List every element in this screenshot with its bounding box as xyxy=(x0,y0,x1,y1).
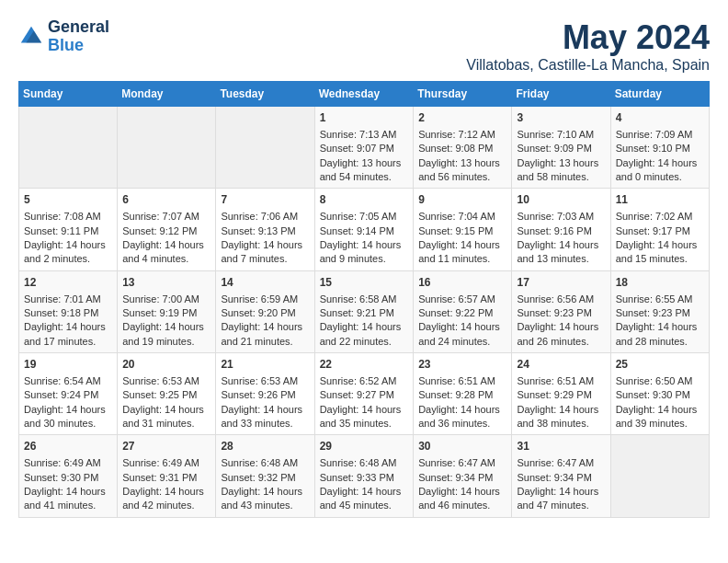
day-info: Daylight: 14 hours xyxy=(122,238,210,252)
day-number: 17 xyxy=(517,275,605,291)
day-info: and 15 minutes. xyxy=(616,252,704,266)
day-info: and 7 minutes. xyxy=(221,252,309,266)
day-number: 22 xyxy=(320,357,409,373)
day-info: Sunrise: 6:55 AM xyxy=(616,293,704,306)
day-info: Sunrise: 6:51 AM xyxy=(418,374,506,388)
day-info: and 26 minutes. xyxy=(517,335,605,349)
calendar-cell: 20Sunrise: 6:53 AMSunset: 9:25 PMDayligh… xyxy=(118,353,216,435)
day-info: Daylight: 14 hours xyxy=(517,485,605,499)
day-info: Sunrise: 6:48 AM xyxy=(320,456,409,470)
day-number: 19 xyxy=(24,357,112,373)
day-number: 18 xyxy=(616,275,704,291)
day-info: Daylight: 14 hours xyxy=(221,485,309,499)
day-info: Sunset: 9:08 PM xyxy=(418,142,506,155)
day-info: Sunset: 9:12 PM xyxy=(122,224,210,238)
day-info: and 24 minutes. xyxy=(418,335,506,349)
day-info: and 28 minutes. xyxy=(616,335,704,349)
day-info: Sunset: 9:22 PM xyxy=(418,306,506,320)
calendar-cell: 27Sunrise: 6:49 AMSunset: 9:31 PMDayligh… xyxy=(118,435,216,517)
calendar-cell xyxy=(610,435,709,517)
day-info: and 13 minutes. xyxy=(517,252,605,266)
week-row-2: 5Sunrise: 7:08 AMSunset: 9:11 PMDaylight… xyxy=(19,189,710,270)
logo-icon xyxy=(18,24,44,50)
header-tuesday: Tuesday xyxy=(216,82,314,107)
day-info: and 41 minutes. xyxy=(24,499,112,512)
title-block: May 2024 Villatobas, Castille-La Mancha,… xyxy=(466,18,710,74)
day-info: Daylight: 14 hours xyxy=(122,403,210,417)
day-number: 1 xyxy=(320,110,409,126)
calendar-cell: 1Sunrise: 7:13 AMSunset: 9:07 PMDaylight… xyxy=(314,107,414,189)
day-info: Sunrise: 7:03 AM xyxy=(517,210,605,224)
day-info: Sunset: 9:23 PM xyxy=(517,306,605,320)
header-friday: Friday xyxy=(512,82,610,107)
day-info: and 31 minutes. xyxy=(122,417,210,431)
calendar-cell: 9Sunrise: 7:04 AMSunset: 9:15 PMDaylight… xyxy=(414,189,512,270)
day-info: Sunset: 9:07 PM xyxy=(320,142,409,155)
day-info: and 17 minutes. xyxy=(24,335,112,349)
day-info: Daylight: 13 hours xyxy=(418,156,506,170)
day-info: Sunset: 9:17 PM xyxy=(616,224,704,238)
day-number: 23 xyxy=(418,357,506,373)
calendar-cell: 17Sunrise: 6:56 AMSunset: 9:23 PMDayligh… xyxy=(512,270,610,352)
header-saturday: Saturday xyxy=(610,82,709,107)
day-info: Daylight: 14 hours xyxy=(517,238,605,252)
day-info: Sunset: 9:33 PM xyxy=(320,471,409,485)
day-info: Daylight: 14 hours xyxy=(320,485,409,499)
day-info: and 45 minutes. xyxy=(320,499,409,512)
day-info: Daylight: 14 hours xyxy=(418,320,506,334)
week-row-5: 26Sunrise: 6:49 AMSunset: 9:30 PMDayligh… xyxy=(19,435,710,517)
calendar-cell: 7Sunrise: 7:06 AMSunset: 9:13 PMDaylight… xyxy=(216,189,314,270)
day-number: 9 xyxy=(418,192,506,208)
day-info: Sunset: 9:34 PM xyxy=(418,471,506,485)
day-number: 4 xyxy=(616,110,704,126)
calendar-cell: 23Sunrise: 6:51 AMSunset: 9:28 PMDayligh… xyxy=(414,353,512,435)
day-info: Daylight: 13 hours xyxy=(517,156,605,170)
day-number: 7 xyxy=(221,192,309,208)
day-info: Sunset: 9:11 PM xyxy=(24,224,112,238)
day-number: 5 xyxy=(24,192,112,208)
day-info: Sunset: 9:19 PM xyxy=(122,306,210,320)
day-info: Daylight: 14 hours xyxy=(24,403,112,417)
calendar-cell: 26Sunrise: 6:49 AMSunset: 9:30 PMDayligh… xyxy=(19,435,118,517)
calendar-cell: 13Sunrise: 7:00 AMSunset: 9:19 PMDayligh… xyxy=(118,270,216,352)
week-row-3: 12Sunrise: 7:01 AMSunset: 9:18 PMDayligh… xyxy=(19,270,710,352)
day-info: Sunrise: 7:07 AM xyxy=(122,210,210,224)
day-info: Daylight: 14 hours xyxy=(122,320,210,334)
day-info: Sunset: 9:26 PM xyxy=(221,388,309,402)
week-row-4: 19Sunrise: 6:54 AMSunset: 9:24 PMDayligh… xyxy=(19,353,710,435)
header-monday: Monday xyxy=(118,82,216,107)
day-info: Sunrise: 6:53 AM xyxy=(221,374,309,388)
day-number: 26 xyxy=(24,439,112,454)
day-info: and 30 minutes. xyxy=(24,417,112,431)
calendar-cell: 30Sunrise: 6:47 AMSunset: 9:34 PMDayligh… xyxy=(414,435,512,517)
day-info: Sunset: 9:16 PM xyxy=(517,224,605,238)
calendar-table: Sunday Monday Tuesday Wednesday Thursday… xyxy=(18,81,710,518)
day-info: and 35 minutes. xyxy=(320,417,409,431)
logo-text: General Blue xyxy=(48,18,109,55)
day-info: Sunrise: 6:49 AM xyxy=(24,456,112,470)
day-info: Sunrise: 7:06 AM xyxy=(221,210,309,224)
day-info: and 36 minutes. xyxy=(418,417,506,431)
day-number: 24 xyxy=(517,357,605,373)
day-info: Sunset: 9:30 PM xyxy=(24,471,112,485)
day-info: Sunset: 9:24 PM xyxy=(24,388,112,402)
day-info: Daylight: 14 hours xyxy=(320,403,409,417)
day-info: Sunset: 9:18 PM xyxy=(24,306,112,320)
day-number: 27 xyxy=(122,439,210,454)
day-info: and 43 minutes. xyxy=(221,499,309,512)
day-info: and 58 minutes. xyxy=(517,170,605,184)
day-info: and 4 minutes. xyxy=(122,252,210,266)
day-info: Sunset: 9:20 PM xyxy=(221,306,309,320)
day-info: Sunrise: 6:52 AM xyxy=(320,374,409,388)
calendar-cell: 15Sunrise: 6:58 AMSunset: 9:21 PMDayligh… xyxy=(314,270,414,352)
day-info: Sunrise: 6:54 AM xyxy=(24,374,112,388)
day-info: Sunrise: 6:47 AM xyxy=(517,456,605,470)
calendar-cell xyxy=(118,107,216,189)
day-info: Sunset: 9:21 PM xyxy=(320,306,409,320)
main-title: May 2024 xyxy=(466,18,710,57)
day-info: Sunset: 9:27 PM xyxy=(320,388,409,402)
day-number: 11 xyxy=(616,192,704,208)
calendar-cell: 8Sunrise: 7:05 AMSunset: 9:14 PMDaylight… xyxy=(314,189,414,270)
day-number: 6 xyxy=(122,192,210,208)
day-info: and 38 minutes. xyxy=(517,417,605,431)
